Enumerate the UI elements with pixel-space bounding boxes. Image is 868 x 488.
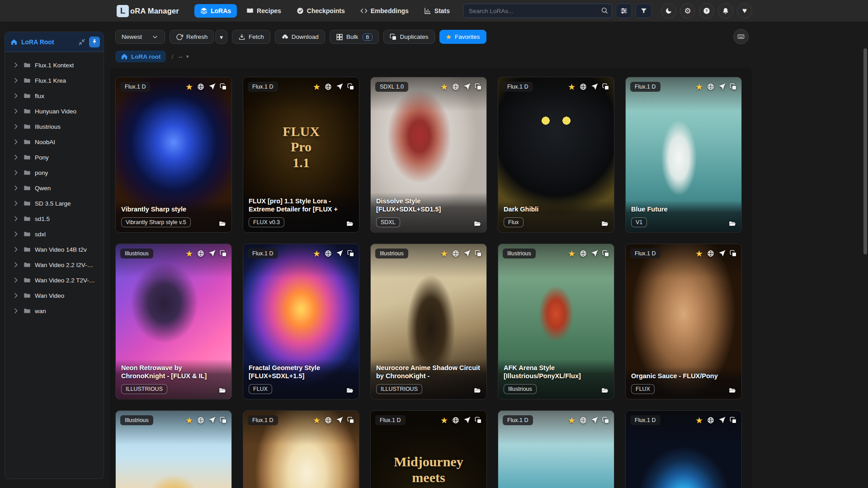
copy-icon[interactable] xyxy=(730,417,737,424)
send-icon[interactable] xyxy=(591,250,598,257)
lora-card[interactable]: SDXL 1.0 ★ Dissolve Style [FLUX+SDXL+SD1… xyxy=(370,77,487,233)
copy-icon[interactable] xyxy=(347,417,354,424)
pin-sidebar-button[interactable] xyxy=(89,37,100,47)
favorites-nav-button[interactable]: ♥ xyxy=(737,3,752,19)
filter-button[interactable] xyxy=(636,4,652,18)
collapse-tree-button[interactable] xyxy=(78,38,85,46)
sidebar-folder-item[interactable]: pony xyxy=(8,165,101,180)
favorite-star-icon[interactable]: ★ xyxy=(440,83,448,91)
scrollbar-thumb[interactable] xyxy=(863,48,867,254)
favorite-star-icon[interactable]: ★ xyxy=(695,83,703,91)
send-icon[interactable] xyxy=(463,83,471,90)
globe-icon[interactable] xyxy=(707,83,714,90)
sidebar-root-label[interactable]: LoRA Root xyxy=(21,38,75,46)
breadcrumb-root[interactable]: LoRA root xyxy=(115,51,166,62)
lora-card[interactable]: Illustrious ★ AFK Arena Style [Illustrio… xyxy=(498,244,614,399)
sidebar-folder-item[interactable]: sdxl xyxy=(8,226,101,242)
search-input[interactable] xyxy=(463,4,612,18)
favorite-star-icon[interactable]: ★ xyxy=(695,416,703,425)
breadcrumb-current[interactable]: -- ▾ xyxy=(179,53,189,60)
send-icon[interactable] xyxy=(336,417,343,424)
bulk-button[interactable]: Bulk B xyxy=(330,30,379,44)
sidebar-folder-item[interactable]: Flux.1 Krea xyxy=(8,73,101,88)
sidebar-folder-item[interactable]: SD 3.5 Large xyxy=(8,196,101,211)
send-icon[interactable] xyxy=(463,417,471,424)
lora-card[interactable]: Flux.1 D ★ xyxy=(625,410,742,488)
sidebar-folder-item[interactable]: Wan Video 14B t2v xyxy=(8,242,101,257)
copy-icon[interactable] xyxy=(220,417,227,424)
globe-icon[interactable] xyxy=(197,83,204,90)
sidebar-folder-item[interactable]: Wan Video 2.2 T2V-A14B xyxy=(8,272,101,288)
lora-card[interactable]: Flux.1 D ★ xyxy=(498,410,614,488)
favorite-star-icon[interactable]: ★ xyxy=(568,249,576,258)
globe-icon[interactable] xyxy=(707,417,714,424)
favorites-filter-button[interactable]: ★ Favorites xyxy=(439,30,486,44)
lora-card[interactable]: Illustrious ★ Neon Retrowave by ChronoKn… xyxy=(115,244,232,399)
lora-card[interactable]: Illustrious ★ Neurocore Anime Shadow Cir… xyxy=(370,244,487,399)
globe-icon[interactable] xyxy=(197,417,204,424)
lora-card[interactable]: Flux.1 D ★ xyxy=(243,410,359,488)
globe-icon[interactable] xyxy=(452,83,459,90)
favorite-star-icon[interactable]: ★ xyxy=(313,416,321,425)
fetch-button[interactable]: Fetch xyxy=(232,30,270,44)
tab-embeddings[interactable]: Embeddings xyxy=(354,4,415,18)
sidebar-folder-item[interactable]: Wan Video 2.2 I2V-A14B xyxy=(8,257,101,272)
open-folder-icon[interactable] xyxy=(346,220,354,227)
settings-button[interactable]: ⚙ xyxy=(680,3,695,19)
send-icon[interactable] xyxy=(336,250,343,257)
globe-icon[interactable] xyxy=(580,83,587,90)
favorite-star-icon[interactable]: ★ xyxy=(185,416,193,425)
copy-icon[interactable] xyxy=(475,250,482,257)
send-icon[interactable] xyxy=(718,417,726,424)
send-icon[interactable] xyxy=(336,83,343,90)
open-folder-icon[interactable] xyxy=(219,220,226,227)
favorite-star-icon[interactable]: ★ xyxy=(313,83,321,91)
copy-icon[interactable] xyxy=(475,417,482,424)
copy-icon[interactable] xyxy=(602,417,609,424)
copy-icon[interactable] xyxy=(602,250,609,257)
sort-dropdown[interactable]: Newest xyxy=(115,30,165,44)
send-icon[interactable] xyxy=(208,83,216,90)
refresh-button[interactable]: Refresh xyxy=(170,30,214,44)
favorite-star-icon[interactable]: ★ xyxy=(313,249,321,258)
sidebar-folder-item[interactable]: sd1.5 xyxy=(8,211,101,226)
sidebar-folder-item[interactable]: flux xyxy=(8,88,101,103)
send-icon[interactable] xyxy=(208,250,216,257)
send-icon[interactable] xyxy=(463,250,471,257)
copy-icon[interactable] xyxy=(347,250,354,257)
favorite-star-icon[interactable]: ★ xyxy=(568,416,576,425)
favorite-star-icon[interactable]: ★ xyxy=(440,416,448,425)
send-icon[interactable] xyxy=(718,250,726,257)
lora-card[interactable]: Flux.1 D ★ Vibrantly Sharp style Vibrant… xyxy=(115,77,232,233)
lora-card[interactable]: Flux.1 D ★ Organic Sauce - FLUX/Pony FLU… xyxy=(625,244,742,399)
search-settings-button[interactable] xyxy=(616,4,632,18)
notifications-button[interactable] xyxy=(718,3,733,19)
send-icon[interactable] xyxy=(208,417,216,424)
favorite-star-icon[interactable]: ★ xyxy=(185,83,193,91)
favorite-star-icon[interactable]: ★ xyxy=(695,249,703,258)
tab-recipes[interactable]: Recipes xyxy=(241,4,287,18)
sidebar-folder-item[interactable]: NoobAI xyxy=(8,134,101,150)
globe-icon[interactable] xyxy=(452,417,459,424)
lora-card[interactable]: Flux.1 D ★ Blue Future V1 xyxy=(625,77,742,233)
lora-card[interactable]: Illustrious ★ xyxy=(115,410,232,488)
open-folder-icon[interactable] xyxy=(219,387,226,394)
open-folder-icon[interactable] xyxy=(729,387,736,394)
sidebar-folder-item[interactable]: Flux.1 Kontext xyxy=(8,57,101,73)
refresh-options-button[interactable]: ▾ xyxy=(215,30,227,44)
sidebar-folder-item[interactable]: Wan Video xyxy=(8,288,101,303)
tab-checkpoints[interactable]: Checkpoints xyxy=(291,4,351,18)
lora-card[interactable]: Flux.1 D ★ Dark Ghibli Flux xyxy=(498,77,614,233)
sidebar-folder-item[interactable]: Hunyuan Video xyxy=(8,103,101,119)
open-folder-icon[interactable] xyxy=(474,387,481,394)
send-icon[interactable] xyxy=(591,83,598,90)
open-folder-icon[interactable] xyxy=(601,387,609,394)
download-button[interactable]: Download xyxy=(275,30,325,44)
send-icon[interactable] xyxy=(718,83,726,90)
sidebar-folder-item[interactable]: Pony xyxy=(8,150,101,165)
globe-icon[interactable] xyxy=(325,417,332,424)
globe-icon[interactable] xyxy=(707,250,714,257)
sidebar-folder-item[interactable]: Qwen xyxy=(8,180,101,196)
globe-icon[interactable] xyxy=(580,250,587,257)
copy-icon[interactable] xyxy=(220,83,227,90)
